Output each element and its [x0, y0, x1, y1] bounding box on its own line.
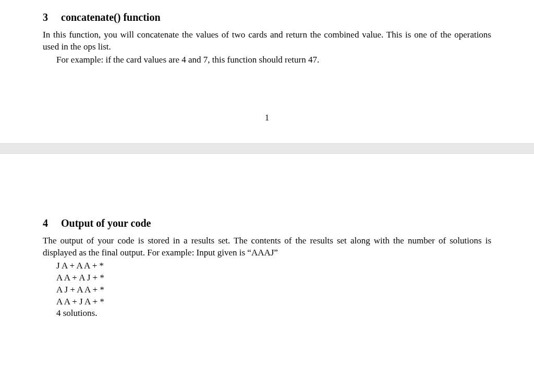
output-line: A J + A A + * — [56, 284, 491, 296]
page-number: 1 — [43, 113, 491, 123]
page-gap — [0, 143, 534, 154]
section-3-heading: 3 concatenate() function — [43, 10, 491, 24]
output-line: 4 solutions. — [56, 308, 491, 320]
output-line: A A + J A + * — [56, 296, 491, 308]
section-3-number: 3 — [43, 10, 58, 24]
section-3-title: concatenate() function — [61, 11, 161, 23]
section-3-para-2: For example: if the card values are 4 an… — [43, 54, 491, 66]
section-4-output-list: J A + A A + * A A + A J + * A J + A A + … — [56, 260, 491, 320]
section-4-title: Output of your code — [61, 217, 151, 229]
page-2-top-margin — [43, 164, 491, 216]
output-line: J A + A A + * — [56, 260, 491, 272]
page-1: 3 concatenate() function In this functio… — [0, 0, 534, 143]
page-2-content: 4 Output of your code The output of your… — [0, 154, 534, 357]
section-4-para-1: The output of your code is stored in a r… — [43, 235, 491, 259]
output-line: A A + A J + * — [56, 272, 491, 284]
section-4-heading: 4 Output of your code — [43, 216, 491, 230]
page-1-content: 3 concatenate() function In this functio… — [0, 0, 534, 143]
page-2-bottom-margin — [43, 320, 491, 340]
section-3-para-1: In this function, you will concatenate t… — [43, 29, 491, 53]
section-3-para-2-text: For example: if the card values are 4 an… — [56, 55, 319, 65]
page-2: 4 Output of your code The output of your… — [0, 154, 534, 357]
section-4-number: 4 — [43, 216, 58, 230]
